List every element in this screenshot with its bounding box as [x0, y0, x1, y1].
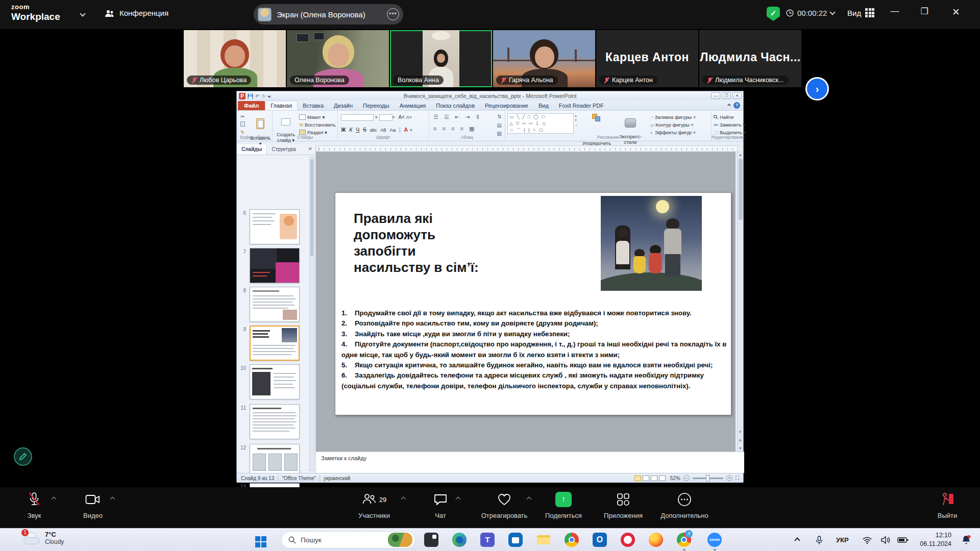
audio-tile[interactable]: Людмила Часн... Людмила Часниковск... [699, 30, 801, 87]
restore-button[interactable]: ❐ [917, 6, 932, 17]
outlook-icon[interactable]: O [593, 533, 607, 547]
store-icon[interactable] [508, 533, 523, 547]
shapes-gallery[interactable]: ▭ ╲ ╱ □ ◯ ⬭△ ▽ ⇦ ⇨ ⇩ ◇☆ ⌒ ( ) ✧ ⬠ [507, 113, 574, 134]
battery-icon[interactable] [897, 529, 909, 551]
tab-file[interactable]: Файл [238, 101, 265, 110]
chevron-down-icon[interactable] [80, 11, 85, 16]
reading-view-icon[interactable] [651, 475, 657, 481]
shadow-button[interactable]: abc [370, 128, 377, 133]
slide-thumbnail[interactable] [250, 364, 300, 399]
tab-view[interactable]: Вид [533, 101, 554, 110]
tab-design[interactable]: Дизайн [329, 101, 358, 110]
slide-thumbnail-row[interactable]: 11 [237, 404, 315, 441]
chat-button[interactable]: Чат [410, 490, 471, 519]
text-direction-icon[interactable]: ⇅ [498, 114, 502, 119]
ppt-close-button[interactable]: ✕ [732, 92, 742, 99]
slide-thumbnail-row[interactable]: 7 [237, 248, 315, 285]
slide-thumbnail[interactable] [250, 404, 300, 439]
collapse-ribbon-icon[interactable] [727, 104, 731, 107]
fit-to-window-icon[interactable]: ⛶ [736, 475, 739, 481]
notes-area[interactable]: Заметки к слайду [316, 452, 744, 473]
tab-review[interactable]: Рецензирование [480, 101, 533, 110]
taskbar-clock[interactable]: 12:10 06.11.2024 [920, 531, 951, 548]
slide-thumbnail[interactable] [250, 248, 300, 283]
annotate-button[interactable] [14, 447, 32, 466]
tab-insert[interactable]: Вставка [298, 101, 329, 110]
cut-icon[interactable]: ✂ [240, 114, 244, 119]
notifications-bell-icon[interactable] [962, 535, 971, 545]
slide-thumbnail[interactable] [250, 287, 300, 322]
leave-button[interactable]: Выйти [917, 490, 978, 519]
copy-icon[interactable] [240, 121, 245, 127]
align-text-icon[interactable]: ▤ [497, 122, 502, 128]
audio-tile[interactable]: Карцев Антон Карцев Антон [596, 30, 698, 87]
next-participants-button[interactable]: › [805, 77, 829, 101]
taskbar-search[interactable]: Пошук [281, 531, 415, 548]
language-indicator[interactable]: УКР [836, 529, 849, 551]
volume-icon[interactable] [881, 529, 890, 551]
tab-foxit[interactable]: Foxit Reader PDF [554, 101, 609, 110]
teams-icon[interactable]: T [480, 533, 495, 547]
shapes-scroll[interactable]: ▴▾⌄ [575, 113, 578, 127]
shape-fill-button[interactable]: ◔Заливка фигуры▾ [650, 114, 696, 120]
strikethrough-button[interactable]: S [363, 127, 366, 133]
meeting-tab[interactable]: Конференция [105, 9, 168, 17]
redo-icon[interactable]: ↻ [261, 93, 265, 99]
quick-styles-button[interactable]: Экспресс-стили [614, 113, 647, 145]
zoom-slider[interactable] [693, 478, 723, 479]
audio-button[interactable]: Звук [4, 490, 65, 519]
tab-animations[interactable]: Анимация [395, 101, 431, 110]
weather-widget[interactable]: 1 7°C Cloudy [23, 531, 64, 545]
video-tile[interactable]: Гаряча Альона [493, 30, 595, 87]
scroll-down-icon[interactable]: ▼ [738, 446, 743, 450]
participants-button[interactable]: 29 Участники [336, 490, 412, 519]
help-icon[interactable]: ? [733, 102, 740, 109]
video-tile[interactable]: Любов Царьова [184, 30, 286, 87]
save-icon[interactable] [248, 93, 253, 99]
bold-button[interactable]: Ж [341, 127, 346, 133]
react-button[interactable]: Отреагировать [474, 490, 535, 519]
next-slide-button[interactable]: ⇊ [738, 438, 743, 442]
shrink-font-icon[interactable]: A˅ [406, 115, 412, 120]
italic-button[interactable]: К [349, 127, 352, 133]
meeting-timer[interactable]: 00:00:22 [786, 9, 835, 17]
opera-icon[interactable] [621, 533, 635, 547]
minimize-button[interactable]: — [887, 6, 902, 16]
chrome-profile-icon[interactable]: Л [677, 533, 691, 547]
change-case-button[interactable]: Аа [389, 127, 396, 133]
share-button[interactable]: ↑ Поделиться [533, 490, 594, 519]
shape-outline-button[interactable]: ▱Контур фигуры▾ [650, 122, 694, 128]
canvas-scrollbar[interactable]: ▲ ⇈ ⇊ ▼ [737, 152, 743, 452]
ppt-restore-button[interactable]: ❐ [722, 92, 731, 99]
more-button[interactable]: Дополнительно [654, 490, 715, 519]
firefox-icon[interactable] [649, 533, 663, 547]
panel-tab-slides[interactable]: Слайды [237, 144, 267, 155]
previous-slide-button[interactable]: ⇈ [738, 430, 743, 434]
underline-button[interactable]: Ч [356, 127, 359, 133]
layout-button[interactable]: Макет ▾ [299, 114, 325, 120]
language-indicator[interactable]: украинский [324, 475, 350, 481]
security-shield-icon[interactable]: ✓ [767, 7, 780, 21]
file-explorer-icon[interactable] [536, 533, 551, 547]
shared-screen-pill[interactable]: Экран (Олена Воронова) ••• [254, 4, 403, 24]
list-indent-icons[interactable]: ☰ ☱ ⇤ ⇥ ⇕ [433, 114, 482, 120]
zoom-in-icon[interactable]: + [726, 475, 732, 481]
alignment-icons[interactable]: ≡ ≡ ≡ ≡ ▦ [433, 126, 476, 132]
app-icon-dark[interactable] [424, 533, 438, 547]
ppt-minimize-button[interactable]: — [711, 92, 720, 99]
slide[interactable]: Правила які допоможуть запобігти насильс… [335, 192, 731, 415]
paste-button[interactable]: Вставить▾ [250, 113, 271, 147]
video-tile[interactable]: Олена Воронова [287, 30, 389, 87]
chevron-down-icon[interactable] [830, 9, 836, 15]
scroll-up-icon[interactable]: ▲ [738, 152, 743, 157]
font-color-button[interactable]: А [404, 127, 408, 133]
wifi-icon[interactable] [863, 529, 872, 551]
slide-thumbnail-row[interactable]: 8 [237, 287, 315, 323]
close-button[interactable]: ✕ [948, 6, 964, 18]
font-name-box[interactable]: ▾ ▾ A˄ A˅ [341, 114, 412, 121]
tray-mic-icon[interactable] [816, 529, 823, 551]
slideshow-icon[interactable] [659, 475, 666, 481]
view-button[interactable]: Вид [847, 8, 874, 17]
zoom-app-icon[interactable]: zoom [707, 533, 722, 547]
video-button[interactable]: Видео [62, 490, 124, 519]
